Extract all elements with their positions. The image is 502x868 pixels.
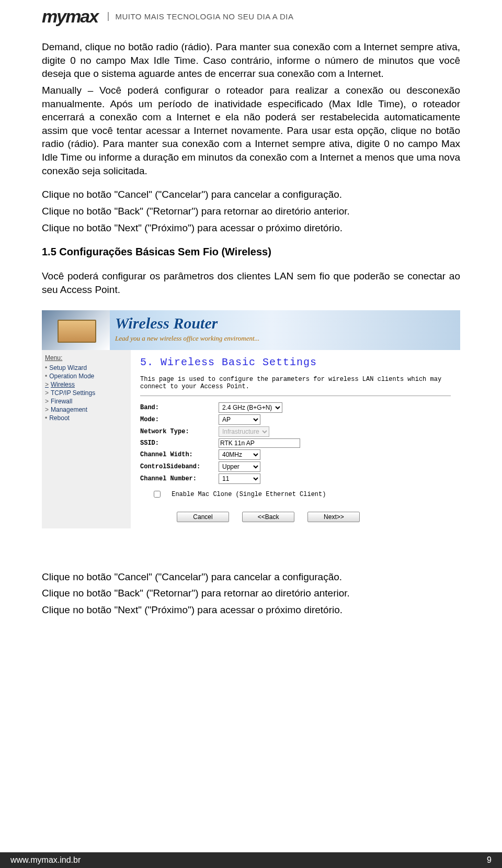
label-control-sideband: ControlSideband: [140, 463, 219, 470]
brand-name: mymax [42, 6, 98, 26]
select-mode[interactable]: AP [219, 414, 260, 425]
panel-description: This page is used to configure the param… [140, 376, 451, 390]
footer-url: www.mymax.ind.br [10, 855, 81, 865]
router-banner: Wireless Router Lead you a new wireless … [42, 310, 460, 350]
brand-tagline: MUITO MAIS TECNOLOGIA NO SEU DIA A DIA [108, 12, 293, 21]
menu-label: Firewall [51, 398, 72, 405]
chevron-right-icon: > [45, 389, 49, 397]
menu-item-reboot[interactable]: •Reboot [45, 414, 128, 422]
router-main-panel: 5. Wireless Basic Settings This page is … [131, 350, 460, 528]
menu-item-management[interactable]: >Management [45, 405, 128, 414]
menu-label: Setup Wizard [49, 364, 87, 371]
bullet-dot-icon: • [45, 364, 47, 371]
label-mode: Mode: [140, 416, 219, 423]
next-button[interactable]: Next>> [307, 512, 360, 522]
banner-photo [42, 310, 110, 350]
banner-subtitle: Lead you a new wireless office working e… [115, 334, 259, 343]
menu-label: Management [51, 406, 87, 413]
divider [140, 396, 451, 396]
label-channel-width: Channel Width: [140, 451, 219, 458]
footer-page-number: 9 [487, 855, 492, 865]
menu-label: Operation Mode [49, 373, 94, 380]
select-channel-number[interactable]: 11 [219, 474, 260, 484]
menu-item-setup-wizard[interactable]: •Setup Wizard [45, 364, 128, 372]
brand-logo: mymax [42, 6, 98, 27]
line-cancel: Clique no botão "Cancel" ("Cancelar") pa… [42, 188, 460, 201]
paragraph-manually: Manually – Você poderá configurar o rote… [42, 84, 460, 177]
menu-item-firewall[interactable]: >Firewall [45, 397, 128, 405]
chevron-right-icon: > [45, 381, 49, 388]
document-body: Demand, clique no botão radio (rádio). P… [0, 28, 502, 617]
select-channel-width[interactable]: 40MHz [219, 449, 260, 460]
line-next-2: Clique no botão "Next" ("Próximo") para … [42, 603, 460, 617]
chevron-right-icon: > [45, 406, 49, 413]
select-band[interactable]: 2.4 GHz (B+G+N) [219, 402, 282, 413]
line-next: Clique no botão "Next" ("Próximo") para … [42, 221, 460, 235]
checkbox-mac-clone[interactable] [154, 491, 161, 498]
menu-label: Wireless [51, 381, 75, 388]
input-ssid[interactable] [219, 438, 300, 448]
line-back-2: Clique no botão "Back" ("Retornar") para… [42, 587, 460, 600]
menu-item-operation-mode[interactable]: •Operation Mode [45, 372, 128, 380]
router-screenshot: Wireless Router Lead you a new wireless … [42, 310, 460, 528]
cancel-button[interactable]: Cancel [177, 512, 229, 522]
section-heading: 1.5 Configurações Básicas Sem Fio (Wirel… [42, 246, 460, 258]
section-lead: Você poderá configurar os parâmetros dos… [42, 269, 460, 296]
bullet-dot-icon: • [45, 414, 47, 422]
select-control-sideband[interactable]: Upper [219, 461, 260, 472]
label-ssid: SSID: [140, 439, 219, 447]
page-header: mymax MUITO MAIS TECNOLOGIA NO SEU DIA A… [0, 0, 502, 28]
router-menu: Menu: •Setup Wizard •Operation Mode >Wir… [42, 350, 131, 528]
label-mac-clone: Enable Mac Clone (Single Ethernet Client… [172, 490, 326, 498]
label-channel-number: Channel Number: [140, 475, 219, 482]
line-back: Clique no botão "Back" ("Retornar") para… [42, 205, 460, 218]
select-network-type: Infrastructure [219, 426, 269, 437]
chevron-right-icon: > [45, 398, 49, 405]
banner-title: Wireless Router [115, 314, 218, 332]
menu-title: Menu: [45, 354, 128, 362]
menu-item-tcpip[interactable]: >TCP/IP Settings [45, 389, 128, 397]
line-cancel-2: Clique no botão "Cancel" ("Cancelar") pa… [42, 570, 460, 584]
bullet-dot-icon: • [45, 373, 47, 380]
menu-label: TCP/IP Settings [51, 389, 95, 397]
panel-title: 5. Wireless Basic Settings [140, 356, 451, 368]
label-band: Band: [140, 404, 219, 411]
menu-item-wireless[interactable]: >Wireless [45, 380, 128, 389]
menu-label: Reboot [49, 414, 70, 422]
page-footer: www.mymax.ind.br 9 [0, 852, 502, 868]
label-network-type: Network Type: [140, 428, 219, 435]
back-button[interactable]: <<Back [242, 512, 294, 522]
paragraph-demand: Demand, clique no botão radio (rádio). P… [42, 40, 460, 81]
